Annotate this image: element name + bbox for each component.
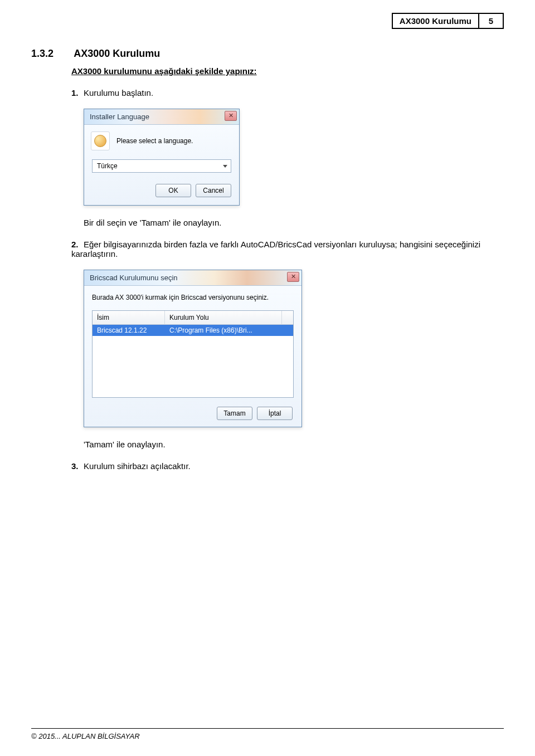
footer-line — [31, 728, 504, 729]
close-icon[interactable]: ✕ — [225, 111, 237, 121]
close-icon[interactable]: ✕ — [287, 272, 299, 282]
dialog-language-wrap: Installer Language ✕ Please select a lan… — [84, 109, 504, 206]
step-2-after: 'Tamam' ile onaylayın. — [84, 440, 504, 449]
dialog1-body: Please select a language. Türkçe OK Canc… — [84, 125, 239, 205]
footer-copyright: © 2015... ALUPLAN BİLGİSAYAR — [31, 732, 504, 740]
version-list[interactable]: İsim Kurulum Yolu Bricscad 12.1.22 C:\Pr… — [92, 310, 294, 398]
list-item[interactable]: Bricscad 12.1.22 C:\Program Files (x86)\… — [93, 325, 293, 336]
step-1-text: Kurulumu başlatın. — [84, 88, 153, 97]
row-path: C:\Program Files (x86)\Bri... — [165, 325, 293, 336]
ok-button[interactable]: OK — [155, 184, 191, 197]
page-footer: © 2015... ALUPLAN BİLGİSAYAR — [31, 728, 504, 740]
step-2-number: 2. — [71, 240, 84, 249]
step-3: 3.Kurulum sihirbazı açılacaktır. — [71, 461, 504, 471]
dialog1-buttons: OK Cancel — [91, 182, 232, 198]
step-3-number: 3. — [71, 461, 84, 471]
chevron-down-icon — [223, 165, 227, 168]
step-2: 2.Eğer bilgisayarınızda birden fazla ve … — [71, 240, 504, 258]
dialog2-body: Burada AX 3000'i kurmak için Bricscad ve… — [84, 286, 301, 427]
col-spacer — [282, 311, 293, 325]
step-1-after: Bir dil seçin ve 'Tamam' ile onaylayın. — [84, 218, 504, 227]
section-heading: 1.3.2 AX3000 Kurulumu — [31, 48, 504, 60]
dialog1-title: Installer Language — [90, 113, 149, 121]
step-3-text: Kurulum sihirbazı açılacaktır. — [84, 461, 191, 471]
bricscad-select-dialog: Bricscad Kurulumunu seçin ✕ Burada AX 30… — [84, 270, 302, 427]
step-1: 1.Kurulumu başlatın. — [71, 88, 504, 97]
dialog1-prompt: Please select a language. — [116, 137, 193, 145]
list-empty-area — [93, 336, 293, 397]
globe-icon — [91, 131, 110, 150]
dialog2-title: Bricscad Kurulumunu seçin — [90, 274, 178, 282]
header-title: AX3000 Kurulumu — [392, 13, 479, 29]
cancel-button[interactable]: İptal — [257, 407, 293, 420]
list-header: İsim Kurulum Yolu — [93, 311, 293, 325]
language-select[interactable]: Türkçe — [92, 159, 231, 173]
step-2-text: Eğer bilgisayarınızda birden fazla ve fa… — [71, 240, 480, 258]
section-number: 1.3.2 — [31, 48, 71, 60]
section-title: AX3000 Kurulumu — [74, 48, 160, 60]
row-name: Bricscad 12.1.22 — [93, 325, 165, 336]
dialog-bricscad-wrap: Bricscad Kurulumunu seçin ✕ Burada AX 30… — [84, 270, 504, 427]
cancel-button[interactable]: Cancel — [196, 184, 231, 197]
dialog2-instruction: Burada AX 3000'i kurmak için Bricscad ve… — [92, 294, 294, 301]
dialog2-buttons: Tamam İptal — [92, 404, 294, 421]
header-page-number: 5 — [479, 13, 504, 29]
installer-language-dialog: Installer Language ✕ Please select a lan… — [84, 109, 240, 206]
page-header: AX3000 Kurulumu 5 — [392, 13, 504, 29]
step-1-number: 1. — [71, 88, 84, 97]
language-select-value: Türkçe — [97, 162, 118, 170]
dialog1-titlebar: Installer Language ✕ — [84, 109, 239, 125]
col-path-header: Kurulum Yolu — [165, 311, 282, 325]
col-name-header: İsim — [93, 311, 165, 325]
dialog2-titlebar: Bricscad Kurulumunu seçin ✕ — [84, 270, 301, 286]
section-subtitle: AX3000 kurulumunu aşağıdaki şekilde yapı… — [71, 66, 504, 76]
page-content: 1.3.2 AX3000 Kurulumu AX3000 kurulumunu … — [31, 48, 504, 471]
ok-button[interactable]: Tamam — [217, 407, 252, 420]
dialog1-prompt-row: Please select a language. — [91, 131, 232, 150]
